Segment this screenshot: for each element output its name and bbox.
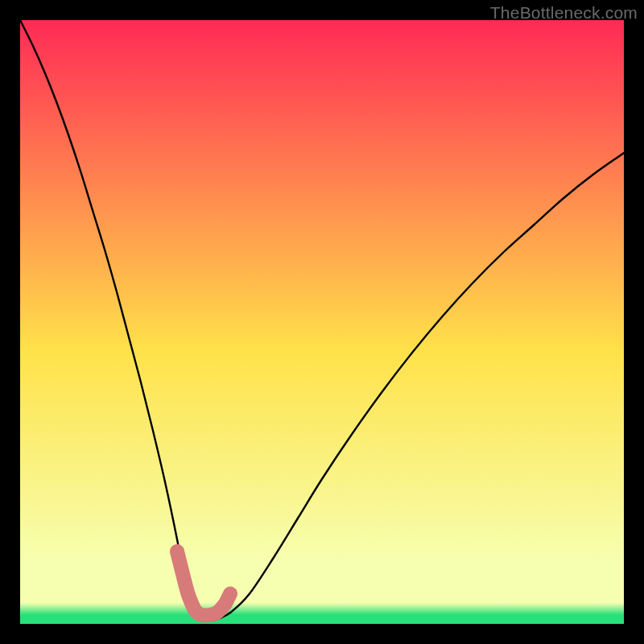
- bottleneck-chart: [20, 20, 624, 624]
- plot-area: [20, 20, 624, 624]
- chart-frame: TheBottleneck.com: [0, 0, 644, 644]
- gradient-background: [20, 20, 624, 624]
